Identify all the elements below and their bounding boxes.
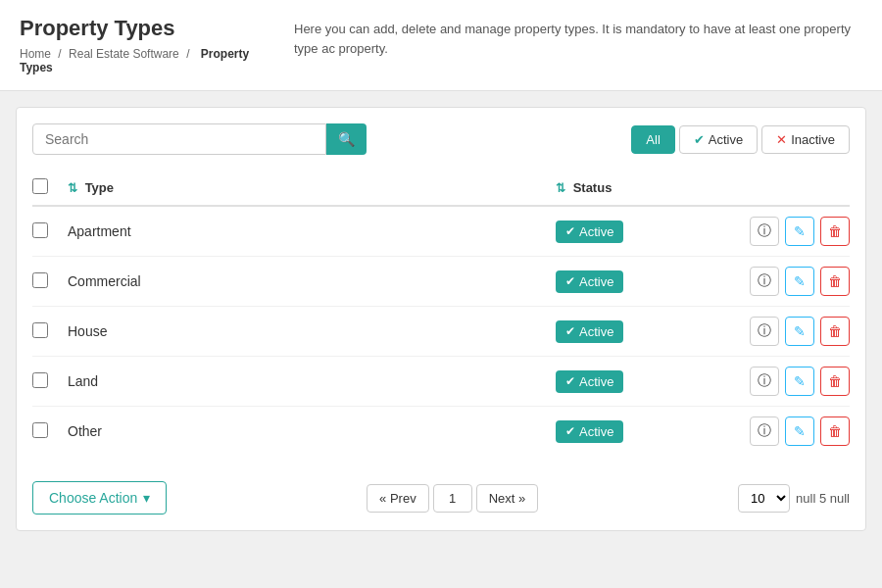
page-header: Property Types Home / Real Estate Softwa… xyxy=(0,0,882,91)
filter-inactive-button[interactable]: ✕Inactive xyxy=(761,125,850,154)
status-badge: ✔ Active xyxy=(556,270,623,293)
filter-group: All ✔Active ✕Inactive xyxy=(631,125,850,154)
table-row: Land ✔ Active ⓘ ✎ 🗑 xyxy=(32,357,850,407)
breadcrumb-home[interactable]: Home xyxy=(20,47,51,61)
row-type: Commercial xyxy=(68,273,556,289)
delete-button[interactable]: 🗑 xyxy=(820,217,850,246)
edit-button[interactable]: ✎ xyxy=(785,367,814,396)
edit-button[interactable]: ✎ xyxy=(785,267,814,296)
delete-button[interactable]: 🗑 xyxy=(820,416,850,446)
row-actions: ⓘ ✎ 🗑 xyxy=(732,267,850,296)
breadcrumb-parent[interactable]: Real Estate Software xyxy=(69,47,179,61)
delete-button[interactable]: 🗑 xyxy=(820,317,850,346)
table-row: Commercial ✔ Active ⓘ ✎ 🗑 xyxy=(32,257,850,307)
x-icon: ✕ xyxy=(776,132,787,147)
row-type: Land xyxy=(68,373,556,389)
status-badge: ✔ Active xyxy=(556,420,623,443)
sort-status-icon: ⇅ xyxy=(556,181,565,195)
row-status: ✔ Active xyxy=(556,370,732,393)
row-status: ✔ Active xyxy=(556,420,732,443)
filter-active-button[interactable]: ✔Active xyxy=(679,125,758,154)
row-checkbox[interactable] xyxy=(32,422,48,438)
table-row: House ✔ Active ⓘ ✎ 🗑 xyxy=(32,307,850,357)
pagination: « Prev 1 Next » xyxy=(367,484,538,513)
filter-all-button[interactable]: All xyxy=(631,125,674,154)
badge-check-icon: ✔ xyxy=(565,424,575,438)
check-icon: ✔ xyxy=(694,132,705,147)
toolbar: 🔍 All ✔Active ✕Inactive xyxy=(32,123,850,155)
data-table: ⇅ Type ⇅ Status Apartment ✔ Active xyxy=(32,171,850,456)
select-all-checkbox[interactable] xyxy=(32,178,48,194)
sort-type-icon: ⇅ xyxy=(68,181,77,195)
row-checkbox[interactable] xyxy=(32,322,48,338)
status-badge: ✔ Active xyxy=(556,320,623,343)
edit-button[interactable]: ✎ xyxy=(785,217,814,246)
col-type-label: Type xyxy=(85,180,114,195)
badge-check-icon: ✔ xyxy=(565,224,575,238)
row-actions: ⓘ ✎ 🗑 xyxy=(732,416,850,446)
status-badge: ✔ Active xyxy=(556,370,623,393)
table-footer: Choose Action ▾ « Prev 1 Next » 10 25 50… xyxy=(32,471,850,514)
badge-check-icon: ✔ xyxy=(565,274,575,288)
edit-button[interactable]: ✎ xyxy=(785,416,814,446)
search-input[interactable] xyxy=(32,123,326,155)
row-actions: ⓘ ✎ 🗑 xyxy=(732,367,850,396)
page-title: Property Types xyxy=(20,16,274,41)
status-badge: ✔ Active xyxy=(556,220,623,243)
table-row: Other ✔ Active ⓘ ✎ 🗑 xyxy=(32,407,850,456)
delete-button[interactable]: 🗑 xyxy=(820,367,850,396)
breadcrumb: Home / Real Estate Software / Property T… xyxy=(20,47,274,74)
search-group: 🔍 xyxy=(32,123,367,155)
badge-check-icon: ✔ xyxy=(565,324,575,338)
page-description: Here you can add, delete and manage prop… xyxy=(294,16,862,58)
choose-action-label: Choose Action xyxy=(49,490,137,506)
col-status-label: Status xyxy=(573,180,612,195)
row-actions: ⓘ ✎ 🗑 xyxy=(732,217,850,246)
row-type: House xyxy=(68,323,556,339)
null-count: null 5 null xyxy=(796,491,850,506)
prev-button[interactable]: « Prev xyxy=(367,484,429,513)
table-header: ⇅ Type ⇅ Status xyxy=(32,171,850,207)
search-button[interactable]: 🔍 xyxy=(326,123,367,155)
table-row: Apartment ✔ Active ⓘ ✎ 🗑 xyxy=(32,207,850,257)
per-page-group: 10 25 50 null 5 null xyxy=(738,484,850,513)
row-status: ✔ Active xyxy=(556,220,732,243)
delete-button[interactable]: 🗑 xyxy=(820,267,850,296)
row-type: Other xyxy=(68,423,556,439)
row-checkbox[interactable] xyxy=(32,372,48,388)
info-button[interactable]: ⓘ xyxy=(750,367,779,396)
search-icon: 🔍 xyxy=(338,131,355,147)
edit-button[interactable]: ✎ xyxy=(785,317,814,346)
page-number: 1 xyxy=(433,484,472,513)
next-button[interactable]: Next » xyxy=(476,484,539,513)
badge-check-icon: ✔ xyxy=(565,374,575,388)
row-status: ✔ Active xyxy=(556,320,732,343)
row-checkbox[interactable] xyxy=(32,222,48,238)
dropdown-icon: ▾ xyxy=(143,490,150,506)
row-checkbox[interactable] xyxy=(32,272,48,288)
info-button[interactable]: ⓘ xyxy=(750,267,779,296)
info-button[interactable]: ⓘ xyxy=(750,317,779,346)
info-button[interactable]: ⓘ xyxy=(750,217,779,246)
row-status: ✔ Active xyxy=(556,270,732,293)
row-actions: ⓘ ✎ 🗑 xyxy=(732,317,850,346)
choose-action-button[interactable]: Choose Action ▾ xyxy=(32,481,167,514)
row-type: Apartment xyxy=(68,223,556,239)
info-button[interactable]: ⓘ xyxy=(750,416,779,446)
per-page-select[interactable]: 10 25 50 xyxy=(738,484,790,513)
table-body: Apartment ✔ Active ⓘ ✎ 🗑 Commercial ✔ A xyxy=(32,207,850,456)
